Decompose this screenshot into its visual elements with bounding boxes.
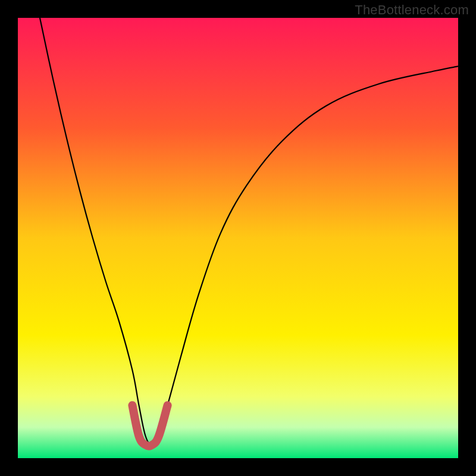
gradient-background <box>18 18 458 458</box>
chart-frame <box>18 18 458 458</box>
watermark-text: TheBottleneck.com <box>355 2 469 18</box>
bottleneck-chart <box>18 18 458 458</box>
